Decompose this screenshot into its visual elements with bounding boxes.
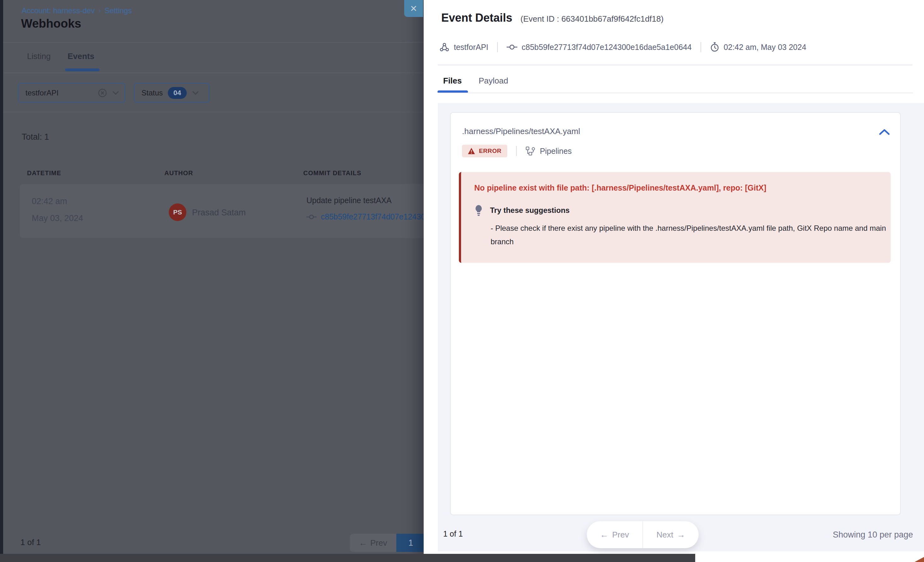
prev-page-label: Prev	[370, 538, 387, 548]
breadcrumb-account-link[interactable]: Account: harness-dev	[22, 6, 94, 15]
suggestion-title: Try these suggestions	[490, 206, 570, 215]
commit-icon	[306, 214, 316, 220]
meta-divider	[700, 42, 701, 52]
prev-page-button[interactable]: ← Prev	[350, 534, 396, 552]
tab-events[interactable]: Events	[68, 51, 94, 61]
drawer-close-button[interactable]: ✕	[404, 0, 423, 17]
collapse-file-button[interactable]	[878, 128, 891, 136]
row-commit-hash-link[interactable]: c85b59fe27713f74d07e124300e16dae5a1e0644	[306, 212, 424, 221]
file-card: .harness/Pipelines/testAXA.yaml ERROR	[450, 112, 901, 515]
clock-icon	[710, 42, 719, 52]
background-window-corner	[915, 557, 924, 562]
tab-events-active-underline	[65, 69, 100, 71]
status-count-badge: 04	[168, 87, 187, 99]
status-filter-label: Status	[141, 88, 163, 97]
close-icon: ✕	[410, 3, 417, 14]
header-divider	[3, 42, 424, 43]
error-message-box: No pipeline exist with file path: [.harn…	[459, 172, 891, 263]
drawer-header-divider	[438, 65, 912, 65]
column-header-commit-details: COMMIT DETAILS	[303, 170, 362, 177]
file-path: .harness/Pipelines/testAXA.yaml	[462, 127, 580, 136]
window-bottom-edge	[0, 554, 695, 562]
drawer-title-row: Event Details (Event ID : 663401bb67af9f…	[441, 11, 663, 24]
drawer-pagination-summary: 1 of 1	[443, 529, 463, 538]
meta-timestamp: 02:42 am, May 03 2024	[724, 43, 807, 52]
drawer-tabstrip-divider	[438, 93, 913, 93]
meta-webhook: testforAPI	[440, 42, 488, 52]
meta-commit-hash: c85b59fe27713f74d07e124300e16dae5a1e0644	[522, 43, 692, 52]
drawer-next-button[interactable]: Next →	[643, 521, 699, 548]
pipelines-icon	[525, 146, 536, 156]
row-time: 02:42 am	[32, 197, 67, 206]
drawer-title: Event Details	[441, 11, 512, 24]
meta-webhook-name: testforAPI	[454, 43, 488, 52]
entity-type: Pipelines	[525, 146, 572, 156]
tab-listing[interactable]: Listing	[27, 51, 51, 61]
chevron-down-icon	[192, 90, 199, 96]
toolbar-divider	[3, 112, 424, 112]
arrow-left-icon: ←	[359, 538, 367, 548]
clear-filter-icon[interactable]	[98, 88, 108, 98]
row-commit-title: Update pipeline testAXA	[306, 196, 392, 205]
error-status-label: ERROR	[479, 148, 502, 154]
file-status-row: ERROR Pipelines	[462, 145, 572, 157]
webhook-icon	[440, 42, 449, 52]
meta-commit: c85b59fe27713f74d07e124300e16dae5a1e0644	[507, 43, 692, 52]
column-header-datetime: DATETIME	[27, 170, 61, 177]
error-title: No pipeline exist with file path: [.harn…	[474, 183, 878, 193]
page-1-button[interactable]: 1	[396, 534, 424, 552]
tabstrip-divider	[3, 73, 424, 73]
meta-time: 02:42 am, May 03 2024	[710, 42, 807, 52]
commit-icon	[507, 43, 518, 51]
avatar: PS	[169, 203, 186, 221]
chevron-down-icon	[112, 90, 119, 96]
event-meta-row: testforAPI c85b59fe27713f74d07e124300e16…	[440, 42, 806, 52]
webhook-filter-value: testforAPI	[26, 88, 58, 97]
arrow-right-icon: →	[677, 530, 685, 540]
per-page-indicator: Showing 10 per page	[833, 530, 913, 540]
drawer-prev-button[interactable]: ← Prev	[587, 521, 642, 548]
breadcrumb: Account: harness-dev › Settings	[22, 6, 132, 15]
entity-type-label: Pipelines	[540, 146, 572, 156]
drawer-next-label: Next	[657, 530, 673, 540]
warning-triangle-icon	[468, 148, 475, 154]
lightbulb-icon	[474, 205, 483, 216]
event-id: (Event ID : 663401bb67af9f642fc1df18)	[520, 14, 663, 24]
drawer-pagination-group: ← Prev Next →	[587, 521, 699, 548]
tab-files[interactable]: Files	[443, 76, 462, 86]
drawer-prev-label: Prev	[612, 530, 629, 540]
suggestion-body: - Please check if there exist any pipeli…	[490, 221, 890, 248]
badge-divider	[516, 146, 517, 156]
tab-payload[interactable]: Payload	[478, 76, 508, 86]
suggestion-header: Try these suggestions	[474, 205, 878, 216]
breadcrumb-separator: ›	[98, 7, 100, 15]
total-count: Total: 1	[22, 132, 49, 142]
arrow-left-icon: ←	[600, 530, 609, 540]
collapsed-nav-strip	[0, 0, 3, 562]
webhook-filter-select[interactable]: testforAPI	[18, 83, 125, 103]
row-date: May 03, 2024	[32, 214, 83, 223]
error-status-badge: ERROR	[462, 145, 507, 157]
app-root: Account: harness-dev › Settings Webhooks…	[0, 0, 924, 562]
row-author-name: Prasad Satam	[192, 208, 246, 218]
webhooks-page: Account: harness-dev › Settings Webhooks…	[3, 0, 424, 562]
breadcrumb-settings-link[interactable]: Settings	[104, 6, 132, 15]
page-title: Webhooks	[21, 17, 81, 30]
pagination-summary: 1 of 1	[20, 538, 41, 547]
event-details-drawer: Event Details (Event ID : 663401bb67af9f…	[424, 0, 924, 562]
commit-hash-text: c85b59fe27713f74d07e124300e16dae5a1e0644	[321, 212, 424, 221]
status-filter-select[interactable]: Status 04	[134, 83, 209, 103]
column-header-author: AUTHOR	[164, 170, 193, 177]
meta-divider	[497, 42, 498, 52]
